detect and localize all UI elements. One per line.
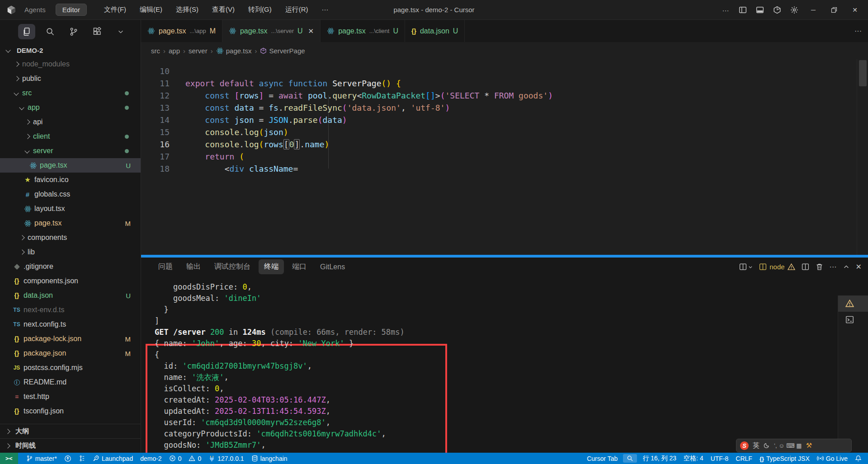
tree-item-app[interactable]: app bbox=[0, 100, 141, 115]
extensions-icon[interactable] bbox=[89, 24, 106, 39]
status-right-crlf[interactable]: CRLF bbox=[732, 455, 756, 462]
editor-mode-button[interactable]: Editor bbox=[56, 4, 87, 16]
editor-tab-0[interactable]: page.tsx...\appM bbox=[141, 20, 222, 42]
panel-tab-5[interactable]: GitLens bbox=[315, 260, 350, 274]
tree-item-page.tsx[interactable]: page.tsxM bbox=[0, 216, 141, 230]
search-icon[interactable] bbox=[42, 24, 59, 39]
status-right-cursor-tab[interactable]: Cursor Tab bbox=[583, 455, 621, 462]
source-control-icon[interactable] bbox=[65, 24, 82, 39]
tree-item-postcss.config.mjs[interactable]: JSpostcss.config.mjs bbox=[0, 361, 141, 375]
launch-profile-button[interactable] bbox=[739, 263, 753, 271]
ime-lang-toggle[interactable]: 英 bbox=[753, 441, 760, 450]
layout-panel-icon[interactable] bbox=[752, 3, 768, 17]
timeline-section[interactable]: 时间线 bbox=[0, 438, 141, 453]
menu-item-2[interactable]: 选择(S) bbox=[170, 4, 204, 16]
tree-item-tsconfig.json[interactable]: {}tsconfig.json bbox=[0, 404, 141, 418]
status-left-demo-2[interactable]: demo-2 bbox=[137, 455, 165, 462]
status-right--16-23[interactable]: 行 16, 列 23 bbox=[639, 455, 680, 463]
tree-item-nodemodules[interactable]: node_modules bbox=[0, 57, 141, 71]
status-right-utf-8[interactable]: UTF-8 bbox=[707, 455, 732, 462]
scrollbar-thumb[interactable] bbox=[859, 60, 867, 86]
tree-item-client[interactable]: client bbox=[0, 129, 141, 144]
layout-sidebar-icon[interactable] bbox=[735, 3, 750, 17]
kill-terminal-icon[interactable] bbox=[816, 263, 823, 271]
panel-tab-1[interactable]: 输出 bbox=[181, 259, 206, 274]
agents-menu[interactable]: Agents bbox=[24, 6, 46, 14]
status-left-pipeline[interactable] bbox=[75, 455, 89, 462]
tree-item-globals.css[interactable]: #globals.css bbox=[0, 187, 141, 202]
close-window-button[interactable]: ✕ bbox=[845, 0, 864, 20]
editor-tab-1[interactable]: page.tsx...\serverU✕ bbox=[222, 20, 321, 42]
tree-item-lib[interactable]: lib bbox=[0, 245, 141, 259]
outline-section[interactable]: 大纲 bbox=[0, 424, 141, 438]
status-right-go-live[interactable]: Go Live bbox=[813, 455, 851, 462]
panel-more-icon[interactable]: ··· bbox=[830, 263, 837, 271]
tree-item-favicon.ico[interactable]: ★favicon.ico bbox=[0, 173, 141, 187]
status-left-0[interactable]: 0 bbox=[185, 455, 205, 462]
panel-tab-2[interactable]: 调试控制台 bbox=[209, 259, 256, 274]
menu-item-1[interactable]: 编辑(E) bbox=[134, 4, 168, 16]
explorer-icon[interactable] bbox=[18, 24, 35, 39]
tree-item-api[interactable]: api bbox=[0, 115, 141, 129]
status-left-cloud-up[interactable] bbox=[61, 455, 75, 462]
code-editor[interactable]: 1011export default async function Server… bbox=[141, 59, 868, 255]
tree-item-src[interactable]: src bbox=[0, 86, 141, 100]
menu-item-4[interactable]: 转到(G) bbox=[243, 4, 277, 16]
breadcrumb-item-server[interactable]: server bbox=[189, 47, 208, 55]
tabbar-more-icon[interactable]: ··· bbox=[854, 20, 862, 42]
maximize-panel-icon[interactable] bbox=[843, 264, 849, 270]
split-terminal-icon[interactable] bbox=[802, 263, 809, 271]
tree-item-page.tsx[interactable]: page.tsxU bbox=[0, 158, 141, 173]
sogou-logo-icon[interactable]: S bbox=[740, 441, 749, 450]
tree-item-components[interactable]: components bbox=[0, 230, 141, 245]
tree-item-data.json[interactable]: {}data.jsonU bbox=[0, 288, 141, 303]
more-actions-icon[interactable]: ··· bbox=[718, 3, 733, 17]
close-panel-icon[interactable]: ✕ bbox=[856, 262, 862, 271]
status-left-launchpad[interactable]: Launchpad bbox=[89, 455, 137, 462]
panel-tab-0[interactable]: 问题 bbox=[153, 259, 178, 274]
settings-gear-icon[interactable] bbox=[787, 3, 802, 17]
panel-tab-3[interactable]: 终端 bbox=[259, 259, 284, 274]
breadcrumb[interactable]: src›app›server›page.tsx›ServerPage bbox=[141, 42, 868, 59]
status-left-127-0-0-1[interactable]: 127.0.0.1 bbox=[205, 455, 247, 462]
tree-item-components.json[interactable]: {}components.json bbox=[0, 274, 141, 288]
breadcrumb-item-page.tsx[interactable]: page.tsx bbox=[216, 47, 252, 55]
terminal-item-node[interactable] bbox=[838, 295, 868, 312]
menu-item-0[interactable]: 文件(F) bbox=[99, 4, 132, 16]
tree-item-package.json[interactable]: {}package.jsonM bbox=[0, 346, 141, 361]
restore-button[interactable] bbox=[825, 0, 844, 20]
terminal-output[interactable]: Ctrl+K to generate command goodsDisPrice… bbox=[141, 277, 868, 453]
views-chevron-icon[interactable] bbox=[112, 24, 129, 39]
status-left-langchain[interactable]: langchain bbox=[248, 455, 291, 462]
tree-item-test.http[interactable]: ≡test.http bbox=[0, 389, 141, 404]
ime-tools[interactable]: ’, ☺ ⌨ ▦ bbox=[774, 442, 802, 449]
ime-toolbox-icon[interactable]: ⚒ bbox=[806, 441, 812, 450]
status-right-bell[interactable] bbox=[851, 455, 865, 462]
status-right-search[interactable] bbox=[623, 454, 637, 463]
tree-item-public[interactable]: public bbox=[0, 71, 141, 86]
menu-item-5[interactable]: 运行(R) bbox=[280, 4, 314, 16]
menu-item-3[interactable]: 查看(V) bbox=[207, 4, 240, 16]
project-root-header[interactable]: DEMO-2 bbox=[0, 43, 141, 57]
editor-tab-3[interactable]: {}data.jsonU bbox=[405, 20, 465, 42]
tree-item-next-env.d.ts[interactable]: TSnext-env.d.ts bbox=[0, 303, 141, 317]
tree-item-layout.tsx[interactable]: layout.tsx bbox=[0, 202, 141, 216]
breadcrumb-item-ServerPage[interactable]: ServerPage bbox=[260, 47, 305, 55]
status-left-0[interactable]: 0 bbox=[165, 455, 185, 462]
tree-item-.gitignore[interactable]: .gitignore bbox=[0, 259, 141, 274]
editor-scrollbar[interactable] bbox=[857, 59, 868, 255]
remote-indicator[interactable]: >< bbox=[0, 453, 18, 464]
terminal-item-shell[interactable] bbox=[838, 312, 868, 328]
tree-item-next.config.ts[interactable]: TSnext.config.ts bbox=[0, 317, 141, 332]
tree-item-README.md[interactable]: iREADME.md bbox=[0, 375, 141, 389]
panel-tab-4[interactable]: 端口 bbox=[287, 259, 312, 274]
menu-item-6[interactable]: ··· bbox=[316, 4, 334, 16]
cursor-ai-icon[interactable] bbox=[769, 3, 785, 17]
moon-icon[interactable] bbox=[764, 442, 770, 449]
tree-item-package-lock.json[interactable]: {}package-lock.jsonM bbox=[0, 332, 141, 346]
minimize-button[interactable]: ─ bbox=[804, 0, 823, 20]
breadcrumb-item-app[interactable]: app bbox=[169, 47, 180, 55]
editor-tab-2[interactable]: page.tsx...\clientU bbox=[321, 20, 405, 42]
status-right--4[interactable]: 空格: 4 bbox=[680, 455, 707, 463]
status-right-typescript-jsx[interactable]: {}TypeScript JSX bbox=[756, 455, 813, 462]
